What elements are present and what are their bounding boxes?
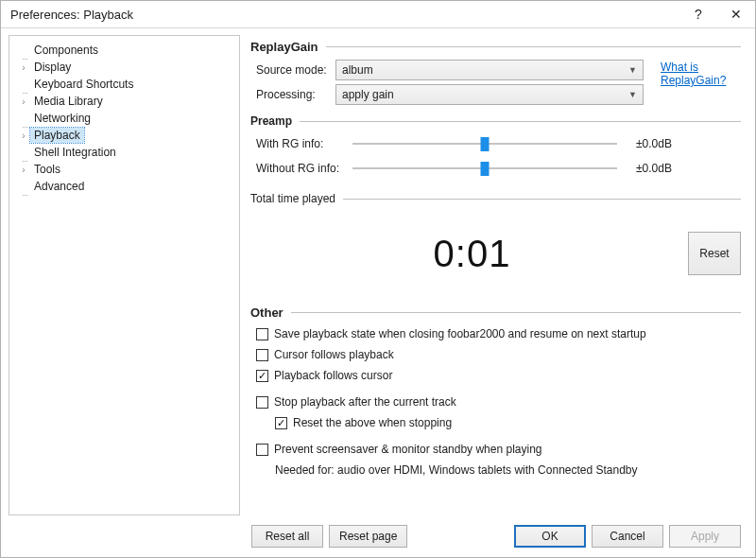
category-tree[interactable]: Components›DisplayKeyboard Shortcuts›Med… — [9, 35, 240, 515]
footer: Reset all Reset page OK Cancel Apply — [251, 525, 741, 548]
cancel-button[interactable]: Cancel — [592, 525, 663, 548]
tree-item-playback[interactable]: ›Playback — [13, 127, 235, 144]
checkbox[interactable] — [256, 328, 268, 340]
help-icon: ? — [695, 7, 702, 22]
rule — [326, 46, 741, 47]
processing-row: Processing: apply gain ▼ — [250, 84, 741, 105]
chevron-down-icon: ▼ — [628, 65, 637, 75]
tree-item-display[interactable]: ›Display — [13, 59, 235, 76]
preamp-with-label: With RG info: — [250, 137, 352, 150]
checkbox[interactable] — [256, 396, 268, 409]
tree-item-keyboard-shortcuts[interactable]: Keyboard Shortcuts — [13, 76, 235, 93]
tree-item-networking[interactable]: Networking — [13, 110, 235, 127]
playback-follows-check-row[interactable]: Playback follows cursor — [256, 369, 741, 382]
check-label: Stop playback after the current track — [274, 395, 456, 409]
prevent-screensaver-check-row[interactable]: Prevent screensaver & monitor standby wh… — [256, 443, 741, 456]
tree-label: Display — [30, 60, 75, 75]
preferences-window: Preferences: Playback ? ✕ Components›Dis… — [0, 0, 756, 558]
tree-item-shell-integration[interactable]: Shell Integration — [13, 144, 235, 161]
total-time-box: 0:01 Reset — [250, 211, 741, 296]
close-button[interactable]: ✕ — [717, 1, 755, 27]
check-label: Prevent screensaver & monitor standby wh… — [274, 443, 541, 456]
section-label: ReplayGain — [250, 40, 318, 54]
section-label: Other — [250, 305, 284, 320]
combo-value: album — [342, 63, 628, 77]
processing-label: Processing: — [250, 88, 335, 101]
ok-button[interactable]: OK — [514, 525, 586, 548]
expand-caret-icon: › — [17, 96, 30, 107]
preamp-without-value: ±0.0dB — [636, 162, 707, 175]
tree-item-tools[interactable]: ›Tools — [13, 161, 235, 178]
reset-all-button[interactable]: Reset all — [251, 525, 323, 548]
close-icon: ✕ — [730, 7, 742, 22]
check-label: Playback follows cursor — [274, 369, 392, 382]
preamp-with-slider[interactable] — [352, 133, 617, 154]
section-label: Preamp — [250, 114, 292, 128]
titlebar: Preferences: Playback ? ✕ — [1, 1, 755, 28]
reset-above-check-row[interactable]: Reset the above when stopping — [275, 416, 741, 429]
source-mode-label: Source mode: — [250, 63, 335, 77]
processing-combo[interactable]: apply gain ▼ — [335, 84, 644, 105]
tree-item-advanced[interactable]: Advanced — [13, 178, 235, 195]
checkbox[interactable] — [256, 349, 268, 361]
tree-label: Advanced — [30, 179, 88, 194]
checkbox[interactable] — [256, 444, 268, 456]
combo-value: apply gain — [342, 88, 628, 101]
window-title: Preferences: Playback — [10, 8, 679, 22]
preamp-with-value: ±0.0dB — [636, 137, 707, 150]
expand-caret-icon: › — [17, 131, 30, 141]
preamp-without-slider[interactable] — [352, 158, 617, 179]
section-other: Other — [250, 305, 741, 320]
expand-caret-icon: › — [17, 165, 30, 175]
tree-label: Playback — [30, 128, 84, 143]
chevron-down-icon: ▼ — [628, 90, 637, 99]
cursor-follows-check-row[interactable]: Cursor follows playback — [256, 348, 741, 361]
tree-label: Keyboard Shortcuts — [30, 77, 137, 92]
tree-label: Networking — [30, 111, 94, 126]
rule — [291, 312, 741, 313]
rule — [343, 199, 741, 200]
rule — [300, 121, 741, 122]
tree-item-components[interactable]: Components — [13, 42, 235, 59]
tree-label: Components — [30, 43, 102, 58]
section-preamp: Preamp — [250, 114, 741, 128]
reset-time-button[interactable]: Reset — [688, 232, 741, 275]
preamp-without-label: Without RG info: — [250, 162, 352, 175]
section-label: Total time played — [250, 192, 335, 205]
replaygain-help-link[interactable]: What is ReplayGain? — [661, 61, 736, 87]
preamp-without-row: Without RG info: ±0.0dB — [250, 158, 741, 179]
save-state-check-row[interactable]: Save playback state when closing foobar2… — [256, 327, 741, 340]
stop-after-check-row[interactable]: Stop playback after the current track — [256, 395, 741, 409]
section-replaygain: ReplayGain — [250, 40, 741, 54]
preamp-with-row: With RG info: ±0.0dB — [250, 133, 741, 154]
screensaver-note: Needed for: audio over HDMI, Windows tab… — [275, 463, 741, 477]
source-mode-combo[interactable]: album ▼ — [335, 60, 644, 80]
checkbox[interactable] — [256, 370, 268, 382]
check-label: Reset the above when stopping — [293, 416, 452, 429]
total-time-value: 0:01 — [256, 233, 688, 275]
tree-label: Shell Integration — [30, 145, 120, 160]
tree-label: Tools — [30, 162, 64, 177]
help-button[interactable]: ? — [679, 1, 717, 27]
tree-item-media-library[interactable]: ›Media Library — [13, 93, 235, 110]
reset-page-button[interactable]: Reset page — [329, 525, 407, 548]
check-label: Save playback state when closing foobar2… — [274, 327, 646, 340]
playback-panel: ReplayGain Source mode: album ▼ Processi… — [244, 28, 755, 557]
checkbox[interactable] — [275, 417, 287, 429]
check-label: Cursor follows playback — [274, 348, 394, 361]
apply-button[interactable]: Apply — [669, 525, 741, 548]
section-totaltime: Total time played — [250, 192, 741, 205]
expand-caret-icon: › — [17, 62, 30, 73]
tree-label: Media Library — [30, 94, 107, 109]
